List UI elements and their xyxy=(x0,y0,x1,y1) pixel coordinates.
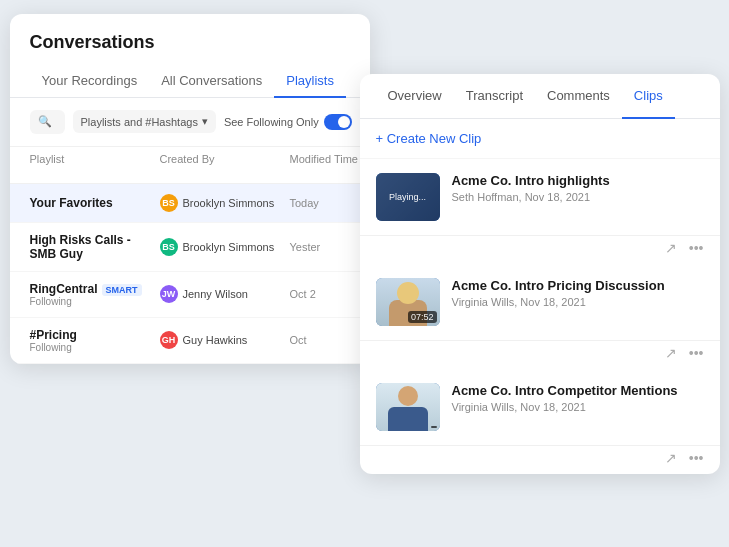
clip-info: Acme Co. Intro Pricing Discussion Virgin… xyxy=(452,278,704,326)
clip-actions: ↗ ••• xyxy=(360,341,720,369)
following-toggle[interactable] xyxy=(324,114,352,130)
creator-name: Brooklyn Simmons xyxy=(183,197,275,209)
more-options-icon[interactable]: ••• xyxy=(689,345,704,361)
more-options-icon[interactable]: ••• xyxy=(689,240,704,256)
right-tabs: Overview Transcript Comments Clips xyxy=(360,74,720,119)
avatar: BS xyxy=(160,238,178,256)
avatar: BS xyxy=(160,194,178,212)
modified-time: Yester xyxy=(290,241,370,253)
tab-transcript[interactable]: Transcript xyxy=(454,74,535,119)
left-panel-header: Conversations Your Recordings All Conver… xyxy=(10,14,370,98)
col-playlist: Playlist xyxy=(30,153,160,177)
chevron-down-icon: ▾ xyxy=(202,115,208,128)
toolbar: 🔍 Playlists and #Hashtags ▾ See Followin… xyxy=(10,98,370,147)
avatar: GH xyxy=(160,331,178,349)
clip-title: Acme Co. Intro highlights xyxy=(452,173,704,188)
playlist-rows: Your Favorites BS Brooklyn Simmons Today… xyxy=(10,184,370,364)
clip-meta: Seth Hoffman, Nov 18, 2021 xyxy=(452,191,704,203)
duration-badge: 07:52 xyxy=(408,311,437,323)
playlist-name: Your Favorites xyxy=(30,196,160,210)
table-row[interactable]: High Risks Calls - SMB Guy BS Brooklyn S… xyxy=(10,223,370,272)
tab-overview[interactable]: Overview xyxy=(376,74,454,119)
modified-time: Today xyxy=(290,197,370,209)
clip-title: Acme Co. Intro Pricing Discussion xyxy=(452,278,704,293)
conversations-title: Conversations xyxy=(30,32,350,53)
share-icon[interactable]: ↗ xyxy=(665,450,677,466)
toggle-label: See Following Only xyxy=(224,116,319,128)
creator-name: Jenny Wilson xyxy=(183,288,248,300)
main-tabs: Your Recordings All Conversations Playli… xyxy=(10,65,370,98)
avatar: JW xyxy=(160,285,178,303)
playing-label: Playing... xyxy=(376,173,440,221)
toggle-area: See Following Only xyxy=(224,114,352,130)
clip-thumbnail[interactable]: 07:52 xyxy=(376,278,440,326)
filter-button[interactable]: Playlists and #Hashtags ▾ xyxy=(73,110,216,133)
table-row[interactable]: RingCentralSMART Following JW Jenny Wils… xyxy=(10,272,370,318)
clip-actions: ↗ ••• xyxy=(360,446,720,474)
table-row[interactable]: #Pricing Following GH Guy Hawkins Oct xyxy=(10,318,370,364)
clip-item: Acme Co. Intro Competitor Mentions Virgi… xyxy=(360,369,720,446)
more-options-icon[interactable]: ••• xyxy=(689,450,704,466)
clip-thumbnail[interactable]: Playing... xyxy=(376,173,440,221)
creator-name: Guy Hawkins xyxy=(183,334,248,346)
clip-actions: ↗ ••• xyxy=(360,236,720,264)
modified-time: Oct 2 xyxy=(290,288,370,300)
search-icon: 🔍 xyxy=(38,115,52,128)
search-box[interactable]: 🔍 xyxy=(30,110,65,134)
clip-title: Acme Co. Intro Competitor Mentions xyxy=(452,383,704,398)
clip-item: Playing... Acme Co. Intro highlights Set… xyxy=(360,159,720,236)
create-clip-button[interactable]: + Create New Clip xyxy=(360,119,720,159)
tab-your-recordings[interactable]: Your Recordings xyxy=(30,65,150,98)
creator-name: Brooklyn Simmons xyxy=(183,241,275,253)
right-panel: Overview Transcript Comments Clips + Cre… xyxy=(360,74,720,474)
clip-info: Acme Co. Intro Competitor Mentions Virgi… xyxy=(452,383,704,431)
left-panel: Conversations Your Recordings All Conver… xyxy=(10,14,370,364)
clip-thumbnail[interactable] xyxy=(376,383,440,431)
tab-all-conversations[interactable]: All Conversations xyxy=(149,65,274,98)
table-header: Playlist Created By Modified Time Number… xyxy=(10,147,370,184)
clip-info: Acme Co. Intro highlights Seth Hoffman, … xyxy=(452,173,704,221)
clip-meta: Virginia Wills, Nov 18, 2021 xyxy=(452,296,704,308)
created-by: GH Guy Hawkins xyxy=(160,331,290,349)
clip-meta: Virginia Wills, Nov 18, 2021 xyxy=(452,401,704,413)
tab-playlists[interactable]: Playlists xyxy=(274,65,346,98)
duration-badge xyxy=(431,426,437,428)
playlist-name: High Risks Calls - SMB Guy xyxy=(30,233,160,261)
tab-clips[interactable]: Clips xyxy=(622,74,675,119)
clip-item: 07:52 Acme Co. Intro Pricing Discussion … xyxy=(360,264,720,341)
share-icon[interactable]: ↗ xyxy=(665,345,677,361)
modified-time: Oct xyxy=(290,334,370,346)
created-by: BS Brooklyn Simmons xyxy=(160,238,290,256)
created-by: JW Jenny Wilson xyxy=(160,285,290,303)
share-icon[interactable]: ↗ xyxy=(665,240,677,256)
table-row[interactable]: Your Favorites BS Brooklyn Simmons Today xyxy=(10,184,370,223)
col-created-by: Created By xyxy=(160,153,290,177)
col-modified: Modified Time xyxy=(290,153,370,177)
tab-comments[interactable]: Comments xyxy=(535,74,622,119)
clips-list: Playing... Acme Co. Intro highlights Set… xyxy=(360,159,720,474)
playlist-name: #Pricing Following xyxy=(30,328,160,353)
playlist-name: RingCentralSMART Following xyxy=(30,282,160,307)
filter-label: Playlists and #Hashtags xyxy=(81,116,198,128)
created-by: BS Brooklyn Simmons xyxy=(160,194,290,212)
